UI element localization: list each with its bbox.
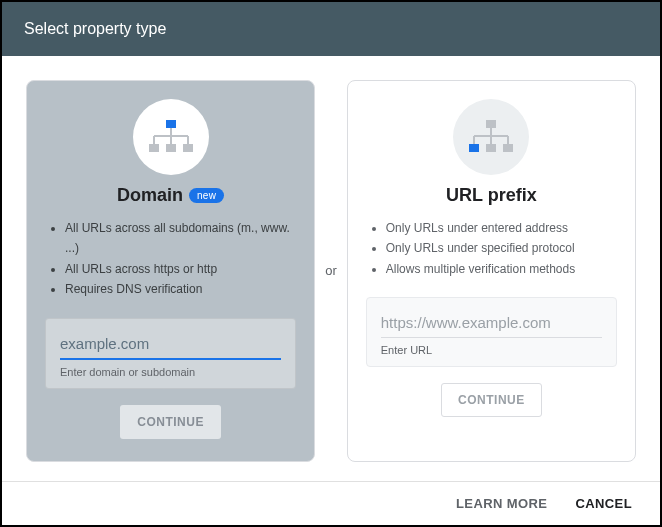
svg-rect-12 <box>503 144 513 152</box>
url-prefix-input[interactable] <box>381 310 602 337</box>
domain-feature-list: All URLs across all subdomains (m., www.… <box>45 218 296 300</box>
divider-label: or <box>325 263 337 278</box>
dialog-footer: LEARN MORE CANCEL <box>2 481 660 525</box>
prefix-feature-list: Only URLs under entered address Only URL… <box>366 218 617 279</box>
list-item: Allows multiple verification methods <box>386 259 617 279</box>
dialog-title: Select property type <box>24 20 166 37</box>
svg-rect-2 <box>166 144 176 152</box>
domain-card[interactable]: Domain new All URLs across all subdomain… <box>26 80 315 462</box>
dialog-header: Select property type <box>2 2 660 56</box>
sitemap-icon <box>469 120 513 154</box>
domain-card-title: Domain <box>117 185 183 206</box>
list-item: Requires DNS verification <box>65 279 296 299</box>
domain-continue-button[interactable]: CONTINUE <box>120 405 221 439</box>
svg-rect-10 <box>469 144 479 152</box>
prefix-icon-disc <box>453 99 529 175</box>
url-prefix-card[interactable]: URL prefix Only URLs under entered addre… <box>347 80 636 462</box>
svg-rect-0 <box>166 120 176 128</box>
list-item: All URLs across all subdomains (m., www.… <box>65 218 296 259</box>
domain-input-wrap: Enter domain or subdomain <box>45 318 296 389</box>
new-badge: new <box>189 188 224 203</box>
domain-icon-disc <box>133 99 209 175</box>
svg-rect-1 <box>149 144 159 152</box>
domain-input[interactable] <box>60 331 281 358</box>
list-item: All URLs across https or http <box>65 259 296 279</box>
prefix-card-title: URL prefix <box>446 185 537 206</box>
domain-card-title-row: Domain new <box>117 185 224 206</box>
prefix-input-wrap: Enter URL <box>366 297 617 367</box>
learn-more-button[interactable]: LEARN MORE <box>456 496 547 511</box>
input-underline <box>60 358 281 360</box>
cancel-button[interactable]: CANCEL <box>575 496 632 511</box>
or-divider: or <box>315 80 347 462</box>
input-underline <box>381 337 602 338</box>
prefix-input-hint: Enter URL <box>381 344 602 356</box>
dialog: Select property type Domain <box>0 0 662 527</box>
prefix-card-title-row: URL prefix <box>446 185 537 206</box>
list-item: Only URLs under specified protocol <box>386 238 617 258</box>
list-item: Only URLs under entered address <box>386 218 617 238</box>
svg-rect-11 <box>486 144 496 152</box>
prefix-continue-button[interactable]: CONTINUE <box>441 383 542 417</box>
dialog-body: Domain new All URLs across all subdomain… <box>2 56 660 522</box>
domain-input-hint: Enter domain or subdomain <box>60 366 281 378</box>
sitemap-icon <box>149 120 193 154</box>
svg-rect-3 <box>183 144 193 152</box>
svg-rect-9 <box>486 120 496 128</box>
